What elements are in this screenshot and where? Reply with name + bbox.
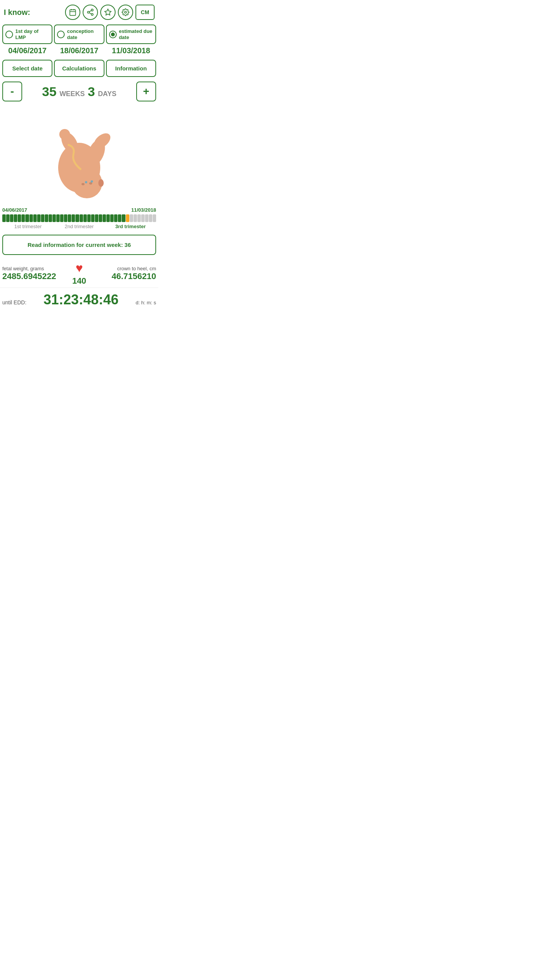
- share-icon-btn[interactable]: [83, 5, 98, 20]
- svg-point-4: [91, 9, 93, 11]
- edd-row: until EDD: 31:23:48:46 d: h: m: s: [0, 287, 158, 311]
- lmp-date: 04/06/2017: [2, 46, 52, 55]
- settings-icon-btn[interactable]: [118, 5, 133, 20]
- svg-point-19: [98, 179, 104, 187]
- select-date-button[interactable]: Select date: [2, 60, 52, 77]
- calculations-button[interactable]: Calculations: [54, 60, 104, 77]
- unit-toggle-btn[interactable]: CM: [135, 5, 155, 20]
- radio-label-lmp: 1st day of LMP: [15, 28, 49, 40]
- radio-circle-conception: [57, 31, 65, 38]
- svg-point-20: [85, 181, 87, 183]
- progress-end-date: 11/03/2018: [131, 207, 156, 213]
- information-button[interactable]: Information: [106, 60, 156, 77]
- days-number: 3: [88, 84, 95, 99]
- dates-row: 04/06/2017 18/06/2017 11/03/2018: [0, 46, 158, 58]
- radio-label-due: estimated due date: [119, 28, 153, 40]
- weight-value: 2485.6945222: [2, 271, 72, 281]
- svg-line-8: [89, 10, 91, 11]
- stats-row: fetal weight, grams 2485.6945222 ♥ 140 c…: [0, 258, 158, 287]
- conception-date: 18/06/2017: [54, 46, 104, 55]
- progress-dates: 04/06/2017 11/03/2018: [2, 207, 156, 213]
- progress-bar: [2, 214, 156, 222]
- fetus-image: [37, 108, 121, 200]
- star-icon-btn[interactable]: [100, 5, 116, 20]
- edd-label: until EDD:: [2, 299, 26, 305]
- header: I know: CM: [0, 0, 158, 23]
- weight-label: fetal weight, grams: [2, 266, 72, 271]
- svg-point-5: [88, 11, 90, 13]
- increase-button[interactable]: +: [136, 82, 156, 101]
- svg-point-6: [91, 13, 93, 15]
- weeks-row: - 35 WEEKS 3 DAYS +: [0, 78, 158, 105]
- radio-conception[interactable]: conception date: [54, 24, 104, 44]
- progress-start-date: 04/06/2017: [2, 207, 27, 213]
- height-value: 46.7156210: [86, 271, 156, 281]
- weeks-display: 35 WEEKS 3 DAYS: [42, 84, 116, 99]
- edd-unit: d: h: m: s: [136, 300, 156, 305]
- svg-marker-9: [105, 9, 111, 15]
- trimester-1-label: 1st trimester: [2, 224, 54, 229]
- heart-icon: ♥: [76, 261, 83, 275]
- radio-lmp[interactable]: 1st day of LMP: [2, 24, 52, 44]
- action-buttons: Select date Calculations Information: [0, 58, 158, 78]
- svg-point-16: [59, 129, 70, 140]
- i-know-label: I know:: [4, 8, 30, 17]
- trimester-2-label: 2nd trimester: [54, 224, 105, 229]
- weeks-number: 35: [42, 84, 57, 99]
- radio-label-conception: conception date: [67, 28, 101, 40]
- radio-due[interactable]: estimated due date: [106, 24, 156, 44]
- fetus-area: [0, 105, 158, 204]
- decrease-button[interactable]: -: [2, 82, 22, 101]
- read-info-button[interactable]: Read information for current week: 36: [2, 235, 156, 255]
- heart-block: ♥ 140: [72, 261, 86, 286]
- height-label: crown to heel, cm: [86, 266, 156, 271]
- heart-rate-value: 140: [72, 276, 86, 286]
- svg-rect-0: [70, 10, 76, 15]
- calendar-icon-btn[interactable]: [65, 5, 80, 20]
- trimester-labels: 1st trimester 2nd trimester 3rd trimeste…: [2, 224, 156, 229]
- height-block: crown to heel, cm 46.7156210: [86, 266, 156, 281]
- weight-block: fetal weight, grams 2485.6945222: [2, 266, 72, 281]
- edd-timer: 31:23:48:46: [44, 292, 119, 308]
- svg-line-7: [89, 13, 91, 14]
- header-icons: CM: [65, 5, 155, 20]
- due-date: 11/03/2018: [106, 46, 156, 55]
- progress-area: 04/06/2017 11/03/2018 1st trimester 2nd …: [0, 204, 158, 231]
- radio-circle-lmp: [5, 31, 13, 38]
- svg-point-21: [91, 180, 93, 183]
- svg-point-10: [125, 11, 127, 13]
- radio-options: 1st day of LMP conception date estimated…: [0, 23, 158, 46]
- weeks-unit: WEEKS: [59, 90, 85, 98]
- radio-circle-due: [109, 31, 117, 38]
- days-unit: DAYS: [98, 90, 116, 98]
- trimester-3-label: 3rd trimester: [105, 224, 156, 229]
- svg-point-13: [82, 183, 85, 185]
